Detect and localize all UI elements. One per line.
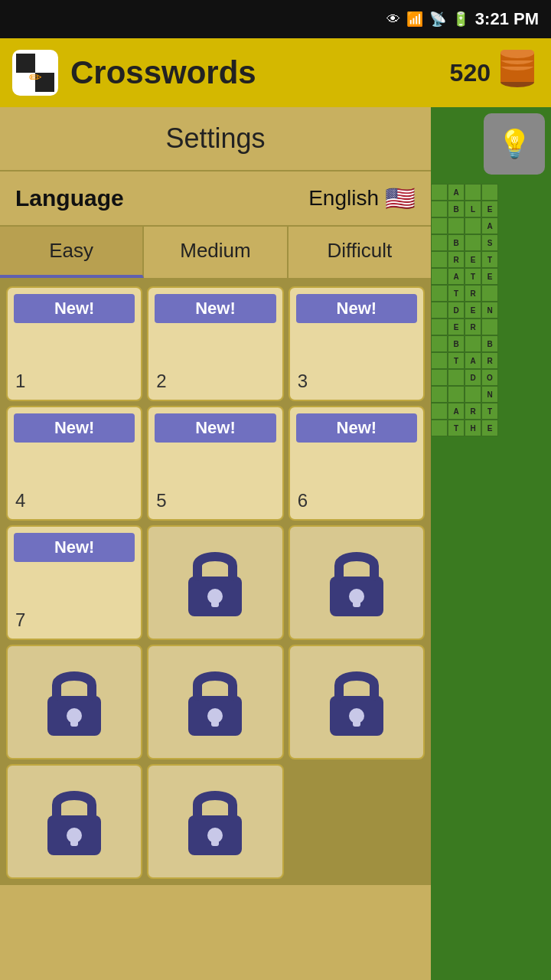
cw-cell-14-2: H (465, 420, 481, 436)
language-label: Language (15, 185, 124, 211)
cw-cell-9-2 (465, 335, 481, 352)
lock-icon (155, 541, 276, 625)
cw-cell-6-1: T (448, 285, 465, 302)
cw-cell-5-0 (431, 268, 448, 285)
svg-rect-32 (211, 835, 219, 846)
puzzle-cell-11[interactable] (147, 645, 283, 760)
puzzle-cell-13[interactable] (6, 764, 142, 879)
cw-row-14: THE (431, 420, 551, 436)
cw-row-3: BS (431, 234, 551, 251)
svg-rect-20 (70, 716, 78, 727)
puzzle-cell-9[interactable] (289, 525, 425, 640)
app-title: Crosswords (70, 54, 438, 91)
cw-row-5: ATE (431, 268, 551, 285)
lock-icon (14, 660, 135, 744)
cw-cell-2-0 (431, 217, 448, 234)
status-time: 3:21 PM (475, 9, 539, 29)
cw-cell-2-3: A (481, 217, 498, 234)
svg-rect-23 (211, 716, 219, 727)
cw-cell-5-1: A (448, 268, 465, 285)
cw-cell-2-2 (465, 217, 481, 234)
cw-cell-0-0 (431, 184, 448, 201)
cw-cell-7-2: E (465, 302, 481, 318)
puzzle-number: 2 (156, 371, 166, 392)
app-bar: ✏ Crosswords 520 (0, 38, 551, 107)
cw-cell-6-0 (431, 285, 448, 302)
cw-cell-11-1 (448, 369, 465, 386)
language-text: English (308, 186, 379, 211)
cw-cell-7-0 (431, 302, 448, 318)
puzzle-number: 7 (15, 609, 25, 631)
puzzle-cell-7[interactable]: New!7 (6, 525, 142, 640)
cw-cell-14-0 (431, 420, 448, 436)
cw-row-1: BLE (431, 201, 551, 217)
svg-rect-29 (70, 835, 78, 846)
cw-cell-10-0 (431, 352, 448, 369)
cw-cell-2-1 (448, 217, 465, 234)
puzzle-cell-14[interactable] (147, 764, 283, 879)
cw-row-11: DO (431, 369, 551, 386)
svg-rect-17 (353, 596, 360, 607)
cw-row-12: N (431, 386, 551, 403)
lock-icon (14, 779, 135, 864)
language-row[interactable]: Language English 🇺🇸 (0, 172, 431, 227)
left-panel: Settings Language English 🇺🇸 Easy Medium… (0, 107, 431, 980)
cw-cell-12-3: N (481, 386, 498, 403)
cw-cell-8-0 (431, 318, 448, 335)
cw-cell-7-3: N (481, 302, 498, 318)
lock-icon (155, 779, 276, 864)
cw-cell-4-2: E (465, 251, 481, 268)
cw-cell-9-3: B (481, 335, 498, 352)
tab-difficult[interactable]: Difficult (289, 227, 431, 278)
new-badge: New! (155, 294, 276, 323)
wifi-icon: 📶 (406, 11, 423, 28)
eye-icon: 👁 (386, 11, 400, 28)
cw-cell-13-0 (431, 403, 448, 420)
puzzle-cell-10[interactable] (6, 645, 142, 760)
puzzle-cell-6[interactable]: New!6 (289, 406, 425, 521)
cw-row-7: DEN (431, 302, 551, 318)
cw-cell-12-2 (465, 386, 481, 403)
cw-row-13: ART (431, 403, 551, 420)
cw-cell-6-3 (481, 285, 498, 302)
svg-text:✏: ✏ (29, 69, 42, 86)
signal-icon: 📡 (429, 11, 446, 28)
cw-cell-13-2: R (465, 403, 481, 420)
puzzle-cell-3[interactable]: New!3 (289, 286, 425, 401)
cw-cell-10-2: A (465, 352, 481, 369)
crossword-grid: ABLEABSRETATETRDENERBBTARDONARTTHE (431, 184, 551, 436)
cw-cell-11-0 (431, 369, 448, 386)
right-panel: 💡 ABLEABSRETATETRDENERBBTARDONARTTHE (431, 107, 551, 980)
puzzle-cell-2[interactable]: New!2 (147, 286, 283, 401)
cw-cell-13-1: A (448, 403, 465, 420)
new-badge: New! (14, 294, 135, 323)
cw-cell-1-1: B (448, 201, 465, 217)
main-content: Settings Language English 🇺🇸 Easy Medium… (0, 107, 551, 980)
cw-cell-8-3 (481, 318, 498, 335)
svg-rect-14 (211, 596, 219, 607)
cw-cell-1-2: L (465, 201, 481, 217)
cw-row-2: A (431, 217, 551, 234)
coins-amount: 520 (450, 59, 491, 87)
cw-cell-1-3: E (481, 201, 498, 217)
hint-button[interactable]: 💡 (484, 113, 545, 175)
puzzle-cell-12[interactable] (289, 645, 425, 760)
cw-cell-1-0 (431, 201, 448, 217)
cw-cell-6-2: R (465, 285, 481, 302)
new-badge: New! (14, 533, 135, 562)
puzzle-cell-1[interactable]: New!1 (6, 286, 142, 401)
status-icons: 👁 📶 📡 🔋 3:21 PM (386, 9, 539, 29)
cw-cell-0-2 (465, 184, 481, 201)
cw-row-8: ER (431, 318, 551, 335)
language-value: English 🇺🇸 (308, 184, 416, 213)
cw-cell-3-3: S (481, 234, 498, 251)
puzzle-cell-8[interactable] (147, 525, 283, 640)
puzzle-cell-4[interactable]: New!4 (6, 406, 142, 521)
tab-easy[interactable]: Easy (0, 227, 144, 278)
tab-medium[interactable]: Medium (144, 227, 288, 278)
new-badge: New! (296, 294, 417, 323)
lock-icon (296, 541, 417, 625)
app-icon: ✏ (12, 50, 58, 96)
cw-cell-4-1: R (448, 251, 465, 268)
puzzle-cell-5[interactable]: New!5 (147, 406, 283, 521)
